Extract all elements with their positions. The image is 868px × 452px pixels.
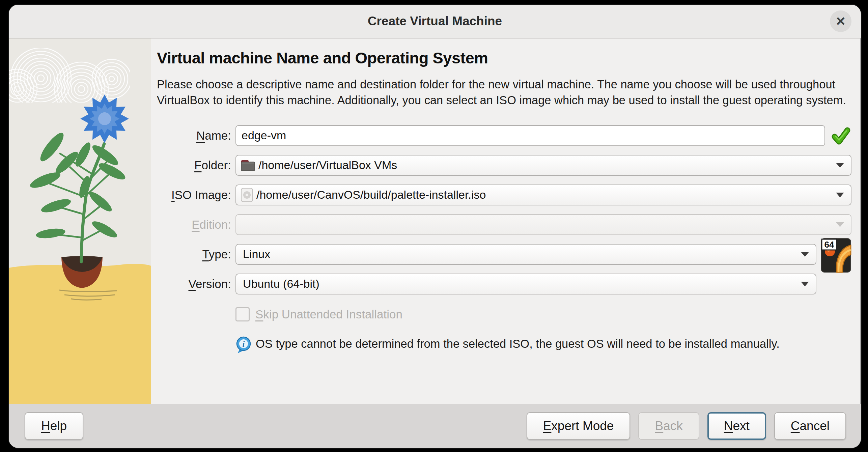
name-input[interactable] bbox=[235, 125, 825, 146]
chevron-down-icon bbox=[836, 193, 844, 197]
dialog-title: Create Virtual Machine bbox=[368, 14, 502, 28]
help-button[interactable]: Help bbox=[25, 412, 83, 440]
leaves bbox=[28, 130, 128, 241]
svg-text:i: i bbox=[243, 339, 245, 348]
edition-combobox bbox=[235, 214, 851, 235]
folder-label: Folder: bbox=[157, 159, 231, 172]
disc-file-icon bbox=[240, 187, 254, 203]
close-icon: × bbox=[836, 13, 845, 29]
title-bar: Create Virtual Machine × bbox=[9, 5, 861, 38]
close-button[interactable]: × bbox=[830, 10, 851, 32]
iso-combobox[interactable]: /home/user/CanvOS/build/palette-installe… bbox=[235, 185, 851, 205]
dialog-button-bar: Help Expert Mode Back Next Cancel bbox=[9, 404, 861, 448]
name-row: Name: bbox=[157, 125, 851, 146]
cancel-button[interactable]: Cancel bbox=[774, 412, 846, 440]
back-button: Back bbox=[638, 412, 699, 440]
folder-row: Folder: /home/user/VirtualBox VMs bbox=[157, 155, 851, 176]
info-icon: i bbox=[235, 336, 252, 354]
info-message: OS type cannot be determined from the se… bbox=[256, 336, 780, 352]
chevron-down-icon bbox=[836, 163, 844, 168]
type-value: Linux bbox=[243, 248, 801, 261]
type-combobox[interactable]: Linux bbox=[235, 244, 816, 265]
edition-row: Edition: bbox=[157, 214, 851, 235]
skip-unattended-checkbox bbox=[235, 307, 250, 321]
folder-combobox[interactable]: /home/user/VirtualBox VMs bbox=[235, 155, 851, 176]
plant-illustration bbox=[9, 38, 151, 404]
type-label: Type: bbox=[157, 248, 231, 261]
valid-check-icon bbox=[832, 126, 850, 145]
chevron-down-icon bbox=[801, 252, 809, 257]
name-label: Name: bbox=[157, 129, 231, 142]
type-row: Type: Linux bbox=[157, 244, 851, 265]
chevron-down-icon bbox=[836, 222, 844, 227]
skip-unattended-row: Skip Unattended Installation bbox=[235, 307, 851, 321]
expert-mode-button[interactable]: Expert Mode bbox=[527, 412, 631, 440]
skip-unattended-label: Skip Unattended Installation bbox=[255, 308, 402, 321]
version-value: Ubuntu (64-bit) bbox=[243, 277, 801, 290]
flower bbox=[80, 94, 129, 143]
svg-text:64: 64 bbox=[824, 239, 834, 250]
version-row: Version: Ubuntu (64-bit) bbox=[157, 274, 851, 294]
version-combobox[interactable]: Ubuntu (64-bit) bbox=[235, 274, 816, 294]
iso-label: ISO Image: bbox=[157, 188, 231, 202]
illustration-panel bbox=[9, 38, 151, 404]
chevron-down-icon bbox=[801, 282, 809, 286]
page-title: Virtual machine Name and Operating Syste… bbox=[157, 49, 851, 67]
version-label: Version: bbox=[157, 277, 231, 291]
folder-value: /home/user/VirtualBox VMs bbox=[258, 159, 836, 172]
next-button[interactable]: Next bbox=[707, 412, 766, 440]
page-description: Please choose a descriptive name and des… bbox=[157, 77, 850, 108]
64bit-badge: 64 bbox=[822, 239, 837, 250]
folder-icon bbox=[240, 159, 256, 172]
iso-row: ISO Image: /home/user/CanvOS/build/palet… bbox=[157, 185, 851, 205]
info-message-row: i OS type cannot be determined from the … bbox=[235, 336, 851, 354]
iso-value: /home/user/CanvOS/build/palette-installe… bbox=[256, 188, 836, 201]
create-vm-dialog: Create Virtual Machine × bbox=[8, 4, 862, 449]
edition-label: Edition: bbox=[157, 218, 231, 231]
wizard-page: Virtual machine Name and Operating Syste… bbox=[151, 38, 861, 404]
os-type-icon: 64 bbox=[820, 236, 851, 273]
